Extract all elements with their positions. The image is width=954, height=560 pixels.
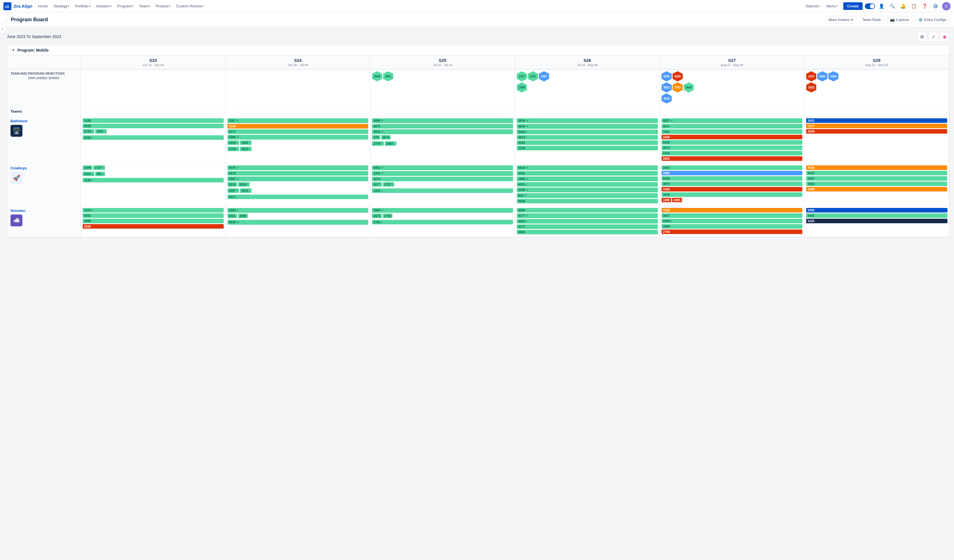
team-houston-name[interactable]: Houston [11,208,77,213]
card-3419b[interactable]: 3419 ✓ [517,165,658,170]
card-3422b[interactable]: 3422 [806,171,947,175]
hex-1327[interactable]: 1327 [517,71,527,81]
nav-starred[interactable]: Starred ▾ [803,3,822,9]
notifications-button[interactable]: 🔔 [899,2,907,11]
card-3166b[interactable]: 3166 [662,187,803,191]
hex-3600[interactable]: 3600 [673,71,683,81]
card-2818b[interactable]: 2818 ‹ [240,188,251,193]
card-2727[interactable]: 2727 ‹ [93,165,105,170]
card-378[interactable]: 378 [372,135,380,140]
card-4098[interactable]: 4098 ✓ [372,118,513,123]
card-832[interactable]: 832 ✓ [517,193,658,198]
card-1554[interactable]: 1554 [806,182,947,186]
card-4208b[interactable]: 4208 ✓ [517,188,658,192]
collapse-chevron-icon[interactable]: ▼ [12,48,15,52]
card-4207[interactable]: 4207 ✓ [662,118,803,123]
card-3960[interactable]: 3960 ✓ [372,208,513,213]
card-4013[interactable]: 4013 › [517,135,658,140]
inbox-button[interactable]: 📋 [910,2,918,11]
card-2626b[interactable]: 2626 [83,224,224,229]
card-2768[interactable]: 2768 ‹ [372,220,513,224]
app-logo[interactable]: JA Jira Align [3,2,33,10]
team-cowboys-name[interactable]: Cowboys [11,166,77,170]
card-2597[interactable]: 2597 ‹ [228,188,239,193]
card-5393[interactable]: 5393 ✓ [228,208,369,213]
hex-3604[interactable]: 3604 [684,82,694,92]
card-4052[interactable]: 4052 ✓ [372,165,513,170]
card-5478[interactable]: 5478 [662,151,803,156]
card-1080[interactable]: 1080 [662,198,671,202]
card-2674[interactable]: 2674 [381,135,391,140]
nav-team[interactable]: Team ▾ [137,3,152,9]
group-icon-btn[interactable]: ⊞ [917,32,927,41]
hex-1247[interactable]: 1247 [806,71,816,81]
card-3927[interactable]: 3927 [662,213,803,218]
card-4177[interactable]: 4177 ✓ [517,213,658,218]
card-2595[interactable]: 2595 [238,214,248,218]
card-3965b[interactable]: 3965 [517,230,658,234]
capture-button[interactable]: 📷 Capture [887,16,912,23]
card-4177b[interactable]: 4177 [517,224,658,229]
card-5431[interactable]: 5431 [806,213,948,218]
hex-3498[interactable]: 3498 [828,71,839,81]
card-2729[interactable]: 2729 ‹ [228,147,239,151]
card-2464[interactable]: 2464 ‹ [83,172,94,176]
card-3526[interactable]: 3526 [517,171,658,176]
card-3421b[interactable]: 3421 [662,165,803,170]
settings-button[interactable]: ⚙️ [931,2,940,11]
star-icon[interactable]: ☆ [5,17,8,22]
hex-3602[interactable]: 3602 [662,82,672,92]
card-3489[interactable]: 3489 [806,208,948,213]
card-2737[interactable]: 2737 ‹ [383,182,394,187]
card-2675[interactable]: 2675 [372,214,382,218]
search-button[interactable]: 🔍 [888,2,896,11]
card-2417[interactable]: 2417 › [228,194,369,199]
nav-solution[interactable]: Solution ▾ [94,3,114,9]
card-3421[interactable]: 3421 [662,129,803,134]
card-2481[interactable]: 2481 ‹ [95,129,107,134]
card-3431[interactable]: 3431 [83,213,224,218]
hex-3618[interactable]: 3618 [662,93,672,104]
card-1636[interactable]: 1636 [83,118,224,123]
card-4053[interactable]: 4053 ✓ [372,129,513,134]
card-2816[interactable]: 2816 ✓ [228,220,369,225]
card-5387[interactable]: 5387 ✓ [228,118,369,123]
card-4058[interactable]: 4058 [517,199,658,204]
card-4379[interactable]: 4379 ✓ [228,165,369,170]
hex-3601[interactable]: 3601 [383,71,393,81]
card-4273b[interactable]: 4273 [372,177,513,181]
hex-1457[interactable]: 1457 [528,71,538,81]
card-5388[interactable]: 5388 ✓ [228,135,369,140]
card-4058b[interactable]: 4058 [517,208,658,213]
nav-portfolio[interactable]: Portfolio ▾ [73,3,93,9]
card-2885[interactable]: 2885 [672,198,682,202]
card-5426[interactable]: 5426 [662,140,803,145]
card-3973[interactable]: 3973 [662,182,803,186]
team-rank-button[interactable]: Team Rank [859,16,884,23]
create-button[interactable]: Create [843,2,862,10]
card-2506[interactable]: 2506 ‹ [83,135,224,140]
card-881[interactable]: 881 › [95,172,105,176]
nav-items[interactable]: Items ▾ [824,3,840,9]
card-5433[interactable]: 5433 ›! [517,130,658,134]
more-actions-button[interactable]: More Actions ▾ [825,16,856,23]
card-3420[interactable]: 3420 [662,192,803,197]
hex-3599[interactable]: 3599 [662,71,672,81]
card-4017[interactable]: 4017 [662,124,803,129]
card-3890[interactable]: 3890 [83,219,224,223]
card-3928[interactable]: 3928 [662,208,803,213]
card-3419[interactable]: 3419 ✓ [517,118,658,123]
card-4302[interactable]: 4302 › [517,219,658,224]
card-2626[interactable]: 2626 [83,124,224,128]
card-4274[interactable]: 4274 [372,124,513,129]
card-3429[interactable]: 3429 › [662,219,803,223]
card-2677[interactable]: 2677 [372,182,382,187]
hex-3502[interactable]: 3502 [806,82,816,92]
card-2815[interactable]: 2815 ‹ [240,147,251,151]
card-5426b[interactable]: 5426 [662,176,803,181]
card-4023[interactable]: 4023 › [517,182,658,187]
card-3873[interactable]: 3873 [662,146,803,150]
card-2734[interactable]: 2734 ‹ [372,141,383,146]
extra-configs-button[interactable]: ⚙️ Extra Configs [915,16,949,23]
card-2882[interactable]: 2882 › [385,141,396,146]
